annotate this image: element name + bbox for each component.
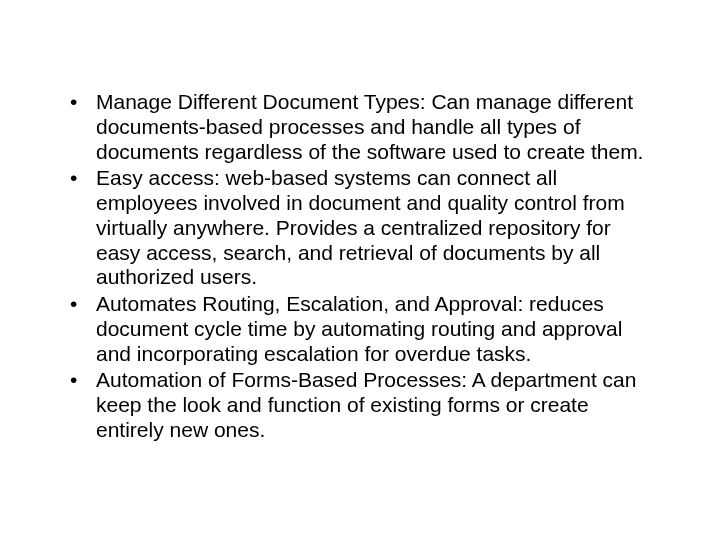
list-item: Easy access: web-based systems can conne… <box>88 166 660 290</box>
list-item: Automation of Forms-Based Processes: A d… <box>88 368 660 442</box>
list-item: Automates Routing, Escalation, and Appro… <box>88 292 660 366</box>
bullet-list: Manage Different Document Types: Can man… <box>60 90 660 443</box>
list-item: Manage Different Document Types: Can man… <box>88 90 660 164</box>
slide: Manage Different Document Types: Can man… <box>0 0 720 540</box>
